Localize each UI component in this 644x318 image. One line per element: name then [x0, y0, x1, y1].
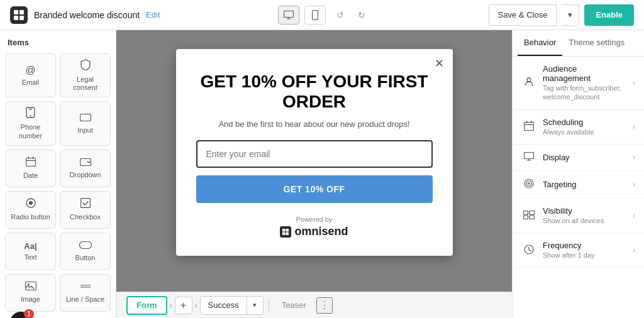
redo-button[interactable]: ↻: [352, 6, 371, 25]
sidebar-item-dropdown[interactable]: Dropdown: [60, 150, 111, 187]
svg-rect-19: [282, 229, 286, 232]
tab-add-button[interactable]: +: [175, 297, 192, 314]
email-icon: @: [25, 65, 35, 76]
sidebar-item-text[interactable]: Aa| Text: [5, 233, 56, 270]
tab-success-wrap: Success ▾: [200, 296, 264, 315]
audience-icon: [521, 77, 536, 89]
sidebar-item-checkbox[interactable]: Checkbox: [60, 191, 111, 229]
visibility-title: Visibility: [543, 206, 626, 216]
popup-cta-button[interactable]: GET 10% OFF: [196, 175, 433, 203]
dropdown-icon: [80, 157, 91, 168]
frequency-arrow: ›: [633, 246, 635, 255]
image-icon: [25, 282, 36, 293]
date-icon: [26, 156, 36, 169]
save-dropdown-button[interactable]: ▾: [562, 4, 579, 26]
panel-item-targeting[interactable]: Targeting ›: [513, 171, 644, 199]
main-area: Items @ Email Legal consent Phone number: [0, 30, 644, 318]
scheduling-text: Scheduling Always available: [543, 118, 626, 136]
visibility-text: Visibility Show on all devices: [543, 206, 626, 225]
svg-rect-4: [284, 11, 293, 17]
svg-rect-29: [524, 211, 528, 214]
checkbox-icon: [80, 198, 91, 211]
image-label: Image: [21, 295, 40, 304]
desktop-view-button[interactable]: [278, 6, 299, 25]
undo-button[interactable]: ↺: [331, 6, 350, 25]
tab-more-button[interactable]: ⋮: [316, 297, 333, 314]
sidebar-item-input[interactable]: Input: [60, 101, 111, 145]
right-panel: Behavior Theme settings Audience managem…: [512, 30, 644, 318]
tab-teaser[interactable]: Teaser: [274, 296, 314, 315]
tab-form[interactable]: Form: [126, 296, 167, 315]
svg-rect-31: [524, 216, 528, 219]
page-title: Branded welcome discount: [34, 10, 140, 20]
enable-button[interactable]: Enable: [584, 4, 634, 26]
display-text: Display: [543, 153, 626, 162]
popup-subtext: And be the first to hear about our new p…: [196, 119, 433, 129]
panel-item-display[interactable]: Display ›: [513, 145, 644, 171]
scheduling-arrow: ›: [633, 123, 635, 131]
targeting-text: Targeting: [543, 180, 626, 189]
text-icon: Aa|: [24, 241, 36, 251]
checkbox-label: Checkbox: [70, 213, 101, 221]
chat-badge: 1: [24, 309, 34, 318]
sidebar-item-radio[interactable]: Radio button: [5, 191, 56, 229]
svg-point-6: [314, 18, 316, 19]
targeting-icon: [521, 178, 536, 190]
sidebar: Items @ Email Legal consent Phone number: [0, 30, 116, 318]
display-icon: [521, 152, 536, 163]
svg-rect-0: [14, 10, 18, 14]
frequency-subtitle: Show after 1 day: [543, 251, 626, 260]
panel-item-visibility[interactable]: Visibility Show on all devices ›: [513, 199, 644, 233]
header-left: Branded welcome discount Edit: [10, 6, 160, 24]
sidebar-item-date[interactable]: Date: [5, 150, 56, 187]
app-header: Branded welcome discount Edit ↺ ↻ Save &…: [0, 0, 644, 30]
svg-point-18: [28, 283, 30, 285]
svg-point-23: [527, 78, 531, 82]
popup-modal: ✕ GET 10% OFF YOUR FIRST ORDER And be th…: [176, 49, 453, 256]
undo-redo-group: ↺ ↻: [331, 6, 371, 25]
tab-success[interactable]: Success: [200, 296, 247, 315]
display-title: Display: [543, 153, 626, 162]
tab-success-dropdown[interactable]: ▾: [247, 296, 264, 315]
dropdown-label: Dropdown: [69, 171, 101, 179]
items-grid: @ Email Legal consent Phone number Inpu: [5, 53, 111, 312]
omnisend-icon: [280, 226, 291, 238]
tab-behavior[interactable]: Behavior: [518, 30, 562, 56]
edit-link[interactable]: Edit: [146, 10, 160, 19]
mobile-view-button[interactable]: [304, 6, 326, 25]
tab-separator: [269, 299, 269, 312]
panel-item-frequency[interactable]: Frequency Show after 1 day ›: [513, 233, 644, 268]
display-arrow: ›: [633, 153, 635, 162]
audience-subtitle: Tag with form_subscriber, welcome_discou…: [543, 84, 626, 102]
svg-point-28: [528, 182, 530, 184]
chat-button[interactable]: 1: [10, 312, 31, 318]
panel-item-audience[interactable]: Audience management Tag with form_subscr…: [513, 57, 644, 110]
visibility-subtitle: Show on all devices: [543, 216, 626, 225]
sidebar-item-legal[interactable]: Legal consent: [60, 53, 111, 97]
sidebar-item-phone[interactable]: Phone number: [5, 101, 56, 145]
popup-close-button[interactable]: ✕: [435, 57, 444, 70]
sidebar-item-image[interactable]: Image: [5, 274, 56, 312]
save-close-button[interactable]: Save & Close: [489, 4, 557, 26]
sidebar-item-email[interactable]: @ Email: [5, 53, 56, 97]
button-label: Button: [75, 254, 96, 262]
header-right: Save & Close ▾ Enable: [489, 4, 634, 26]
tab-theme-settings[interactable]: Theme settings: [562, 30, 631, 56]
powered-by-text: Powered by: [196, 216, 433, 223]
frequency-icon: [521, 244, 536, 256]
frequency-text: Frequency Show after 1 day: [543, 241, 626, 260]
targeting-arrow: ›: [633, 180, 635, 189]
bottom-tabs-bar: Form › + › Success ▾ Teaser ⋮: [116, 292, 512, 318]
panel-item-scheduling[interactable]: Scheduling Always available ›: [513, 110, 644, 145]
date-label: Date: [23, 172, 38, 180]
sidebar-item-button[interactable]: Button: [60, 233, 111, 270]
svg-rect-8: [29, 109, 32, 110]
sidebar-item-line[interactable]: Line / Space: [60, 274, 111, 312]
input-icon: [80, 112, 91, 124]
visibility-icon: [521, 211, 536, 221]
scheduling-subtitle: Always available: [543, 128, 626, 136]
svg-point-14: [29, 201, 33, 205]
right-panel-content: Audience management Tag with form_subscr…: [513, 57, 644, 318]
popup-email-input[interactable]: [196, 140, 433, 168]
svg-rect-10: [80, 114, 91, 121]
